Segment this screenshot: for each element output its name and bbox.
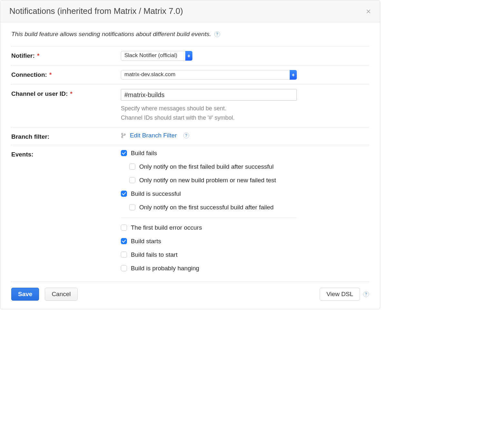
dialog-body: This build feature allows sending notifi…: [0, 22, 380, 309]
checkbox-icon: [121, 252, 127, 258]
save-button[interactable]: Save: [11, 288, 39, 301]
notifications-dialog: Notifications (inherited from Matrix / M…: [0, 0, 380, 309]
row-connection: Connection: * matrix-dev.slack.com: [11, 65, 369, 84]
checkbox-icon: [121, 224, 127, 231]
label-notifier: Notifier: *: [11, 51, 121, 59]
notifier-select[interactable]: Slack Notifier (official): [121, 51, 192, 61]
connection-select[interactable]: matrix-dev.slack.com: [121, 70, 297, 80]
row-channel: Channel or user ID: * Specify where mess…: [11, 85, 369, 127]
channel-input[interactable]: [121, 89, 297, 101]
checkbox-only-first-failed[interactable]: Only notify on the first failed build af…: [129, 163, 297, 170]
cancel-button[interactable]: Cancel: [45, 288, 77, 301]
checkbox-icon: [129, 164, 135, 170]
checkbox-only-new-problem[interactable]: Only notify on new build problem or new …: [129, 177, 297, 184]
label-connection: Connection: *: [11, 70, 121, 78]
required-mark: *: [68, 90, 73, 97]
notifier-select-value: Slack Notifier (official): [121, 51, 192, 61]
checkbox-build-hanging[interactable]: Build is probably hanging: [121, 265, 297, 272]
events-divider: [121, 217, 297, 218]
events-list: Build fails Only notify on the first fai…: [121, 150, 297, 272]
chevron-updown-icon: [290, 70, 297, 80]
close-icon[interactable]: ×: [366, 7, 371, 15]
checkbox-first-build-error[interactable]: The first build error occurs: [121, 224, 297, 231]
svg-point-1: [121, 136, 123, 138]
required-mark: *: [35, 52, 40, 59]
checkbox-build-fails[interactable]: Build fails: [121, 150, 297, 157]
channel-hint: Specify where messages should be sent. C…: [121, 104, 369, 123]
chevron-updown-icon: [185, 51, 192, 61]
branch-icon: [121, 133, 126, 138]
label-channel: Channel or user ID: *: [11, 89, 121, 97]
checkbox-build-successful[interactable]: Build is successful: [121, 190, 297, 197]
row-notifier: Notifier: * Slack Notifier (official): [11, 46, 369, 65]
intro-row: This build feature allows sending notifi…: [11, 31, 369, 38]
help-icon[interactable]: ?: [214, 31, 220, 37]
checkbox-icon: [121, 265, 127, 271]
checkbox-build-fails-to-start[interactable]: Build fails to start: [121, 251, 297, 258]
help-icon[interactable]: ?: [363, 291, 369, 297]
checkbox-icon: [121, 150, 127, 156]
svg-point-0: [121, 133, 123, 135]
dialog-footer: Save Cancel View DSL ?: [11, 282, 369, 301]
edit-branch-filter-link[interactable]: Edit Branch Filter: [130, 132, 177, 139]
checkbox-icon: [121, 238, 127, 244]
dialog-title: Notifications (inherited from Matrix / M…: [9, 6, 183, 16]
row-events: Events: Build fails Only notify on the f…: [11, 145, 369, 282]
svg-point-2: [124, 134, 125, 135]
row-branch-filter: Branch filter: Edit Branch Filter ?: [11, 127, 369, 145]
label-events: Events:: [11, 150, 121, 158]
dialog-header: Notifications (inherited from Matrix / M…: [0, 0, 380, 22]
view-dsl-button[interactable]: View DSL: [320, 288, 360, 301]
help-icon[interactable]: ?: [183, 133, 189, 138]
checkbox-only-first-success[interactable]: Only notify on the first successful buil…: [129, 204, 297, 211]
connection-select-value: matrix-dev.slack.com: [121, 70, 297, 80]
intro-text: This build feature allows sending notifi…: [11, 31, 211, 38]
checkbox-icon: [129, 204, 135, 210]
checkbox-icon: [121, 191, 127, 197]
checkbox-build-starts[interactable]: Build starts: [121, 238, 297, 245]
required-mark: *: [48, 71, 52, 78]
label-branch-filter: Branch filter:: [11, 132, 121, 140]
checkbox-icon: [129, 177, 135, 183]
